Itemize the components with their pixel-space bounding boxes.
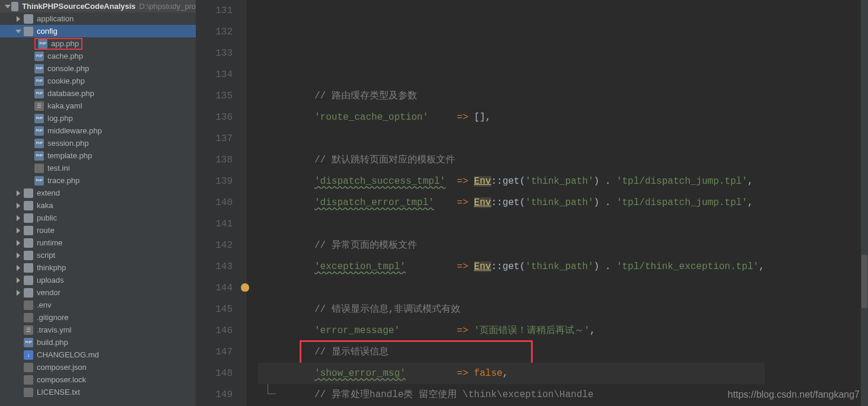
spacer [26,128,32,134]
tree-item-label: build.php [37,338,68,347]
tree-item-label: template.php [47,151,92,160]
chevron-right-icon[interactable] [15,228,21,234]
tree-item-script[interactable]: script [0,249,196,261]
folder-icon [11,2,18,11]
tree-item-config[interactable]: config [0,25,196,37]
tree-item-cookie-php[interactable]: cookie.php [0,75,196,87]
code-editor[interactable]: 1311321331341351361371381391401411421431… [196,0,868,406]
project-root[interactable]: ThinkPHPSourceCodeAnalysis D:\phpstudy_p… [0,0,196,12]
spacer [15,365,21,370]
tree-item-label: vendor [37,288,61,297]
folder-icon [24,14,33,24]
tree-item-application[interactable]: application [0,12,196,25]
code-line[interactable]: // 路由缓存类型及参数 [258,85,765,107]
tree-item--env[interactable]: .env [0,299,196,311]
line-number: 139 [196,171,233,192]
folder-icon [24,276,33,285]
tree-item-runtime[interactable]: runtime [0,236,196,249]
tree-item-CHANGELOG-md[interactable]: CHANGELOG.md [0,349,196,361]
generic-file-icon [24,300,33,310]
tree-item-app-php[interactable]: app.php [0,37,196,50]
code-line[interactable]: // 异常页面的模板文件 [258,235,765,256]
code-line[interactable]: // 错误显示信息,非调试模式有效 [258,299,765,320]
chevron-down-icon[interactable] [15,28,21,34]
tree-item-console-php[interactable]: console.php [0,62,196,75]
code-line[interactable] [258,277,765,299]
line-number: 134 [196,64,233,85]
code-line[interactable]: // 默认跳转页面对应的模板文件 [258,149,765,171]
tree-item-label: app.php [51,39,79,48]
tree-item-label: extend [37,188,60,197]
code-area[interactable]: // 路由缓存类型及参数'route_cache_option' => [],/… [246,0,765,406]
tree-item-label: kaka [37,201,53,210]
tree-item-composer-lock[interactable]: composer.lock [0,373,196,386]
chevron-right-icon[interactable] [15,240,21,246]
php-file-icon [34,76,44,86]
tree-item-database-php[interactable]: database.php [0,87,196,100]
php-file-icon [34,114,44,123]
line-number: 135 [196,85,233,107]
tree-item-template-php[interactable]: template.php [0,149,196,162]
chevron-right-icon[interactable] [15,277,21,283]
generic-file-icon [34,164,44,173]
generic-file-icon [24,388,33,397]
php-file-icon [38,39,47,49]
tree-item-uploads[interactable]: uploads [0,274,196,286]
code-line[interactable]: // 显示错误信息 [258,341,765,363]
generic-file-icon [24,313,33,322]
code-line[interactable]: 'error_message' => '页面错误！请稍后再试～', [258,320,765,341]
chevron-right-icon[interactable] [15,190,21,196]
tree-item-kaka-yaml[interactable]: kaka.yaml [0,100,196,112]
code-line[interactable]: 'route_cache_option' => [], [258,107,765,128]
tree-item-LICENSE-txt[interactable]: LICENSE.txt [0,386,196,398]
tree-item-trace-php[interactable]: trace.php [0,174,196,187]
tree-item-label: database.php [47,89,94,98]
tree-item-build-php[interactable]: build.php [0,336,196,349]
tree-item-middleware-php[interactable]: middleware.php [0,124,196,137]
php-file-icon [34,126,44,136]
code-line[interactable]: 'exception_tmpl' => Env::get('think_path… [258,256,765,277]
tree-item--gitignore[interactable]: .gitignore [0,311,196,324]
line-number: 143 [196,256,233,277]
spacer [15,377,21,383]
chevron-right-icon[interactable] [15,203,21,209]
code-line[interactable] [258,213,765,235]
tree-item-label: .env [37,300,52,309]
php-file-icon [34,139,44,148]
tree-item-label: runtime [37,238,62,247]
tree-item--travis-yml[interactable]: .travis.yml [0,324,196,336]
tree-item-route[interactable]: route [0,224,196,236]
project-tree[interactable]: ThinkPHPSourceCodeAnalysis D:\phpstudy_p… [0,0,196,406]
tree-item-log-php[interactable]: log.php [0,112,196,124]
tree-item-vendor[interactable]: vendor [0,286,196,299]
tree-item-label: log.php [47,114,73,123]
chevron-right-icon[interactable] [15,265,21,271]
code-line[interactable]: 'show_error_msg' => false, [258,363,765,384]
code-line[interactable]: 'dispatch_error_tmpl' => Env::get('think… [258,192,765,213]
tree-item-session-php[interactable]: session.php [0,137,196,149]
line-number: 137 [196,128,233,149]
code-line[interactable]: 'dispatch_success_tmpl' => Env::get('thi… [258,171,765,192]
spacer [26,41,32,47]
spacer [26,116,32,122]
chevron-right-icon[interactable] [15,252,21,258]
tree-item-cache-php[interactable]: cache.php [0,50,196,62]
code-line[interactable]: // 异常处理handle类 留空使用 \think\exception\Han… [258,384,765,405]
tree-item-thinkphp[interactable]: thinkphp [0,261,196,274]
tree-item-kaka[interactable]: kaka [0,199,196,212]
scrollbar-thumb[interactable] [861,255,867,308]
tree-item-label: public [37,213,57,222]
tree-item-label: application [37,14,74,23]
chevron-right-icon[interactable] [15,290,21,296]
folder-icon [24,251,33,260]
tree-item-label: composer.lock [37,375,86,384]
tree-item-test-ini[interactable]: test.ini [0,162,196,174]
tree-item-public[interactable]: public [0,212,196,224]
chevron-right-icon[interactable] [15,16,21,22]
vertical-scrollbar[interactable] [861,0,868,406]
code-line[interactable] [258,128,765,149]
chevron-right-icon[interactable] [15,215,21,221]
watermark: https://blog.csdn.net/fangkang7 [728,389,860,400]
tree-item-extend[interactable]: extend [0,187,196,199]
tree-item-composer-json[interactable]: composer.json [0,361,196,373]
